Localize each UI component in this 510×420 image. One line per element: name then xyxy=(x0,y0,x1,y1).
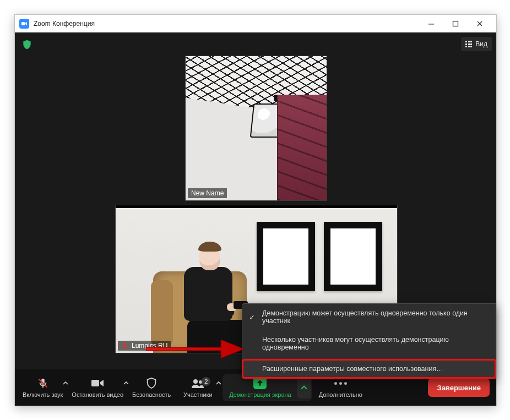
svg-rect-5 xyxy=(42,386,44,388)
participants-button[interactable]: 2 Участники xyxy=(175,375,220,400)
mic-muted-icon xyxy=(36,377,50,389)
mic-muted-icon xyxy=(121,342,129,350)
svg-rect-3 xyxy=(124,347,125,348)
participant-name-label: New Name xyxy=(188,188,227,198)
titlebar[interactable]: Zoom Конференция xyxy=(15,15,496,32)
view-label: Вид xyxy=(475,40,487,48)
grid-icon xyxy=(465,41,472,47)
menu-item-multiple-participants[interactable]: Несколько участников могут осуществлять … xyxy=(242,330,496,357)
app-window: Zoom Конференция Вид xyxy=(14,14,497,406)
video-tile[interactable]: New Name xyxy=(185,56,327,201)
more-icon xyxy=(334,377,347,389)
view-button[interactable]: Вид xyxy=(461,37,492,51)
svg-point-8 xyxy=(193,379,198,384)
video-camera-icon xyxy=(90,377,105,389)
audio-button[interactable]: Включить звук xyxy=(18,375,67,400)
minimize-button[interactable] xyxy=(419,15,443,32)
participants-count-badge: 2 xyxy=(202,377,210,386)
security-button[interactable]: Безопасность xyxy=(128,375,175,400)
share-options-menu: Демонстрацию может осуществлять одноврем… xyxy=(242,303,496,379)
svg-rect-0 xyxy=(21,22,25,25)
share-screen-icon xyxy=(253,377,267,389)
encryption-shield-icon[interactable] xyxy=(19,37,35,52)
zoom-app-icon xyxy=(19,19,29,29)
close-button[interactable] xyxy=(468,15,492,32)
svg-rect-7 xyxy=(91,380,99,386)
share-options-caret[interactable] xyxy=(297,377,311,399)
maximize-button[interactable] xyxy=(443,15,468,32)
svg-rect-2 xyxy=(453,21,458,26)
video-feed-placeholder xyxy=(186,56,327,200)
svg-rect-1 xyxy=(428,24,434,25)
end-meeting-button[interactable]: Завершение xyxy=(428,378,490,397)
participant-name-label: Lumpics RU xyxy=(118,341,171,351)
meeting-area: Вид New Name xyxy=(15,32,496,406)
video-button[interactable]: Остановить видео xyxy=(67,375,128,400)
shield-icon xyxy=(145,377,158,389)
menu-item-advanced-sharing[interactable]: Расширенные параметры совместного исполь… xyxy=(242,359,496,378)
chevron-up-icon[interactable] xyxy=(215,379,223,387)
window-title: Zoom Конференция xyxy=(34,20,95,28)
menu-separator xyxy=(242,358,496,358)
menu-item-one-participant[interactable]: Демонстрацию может осуществлять одноврем… xyxy=(242,304,496,330)
